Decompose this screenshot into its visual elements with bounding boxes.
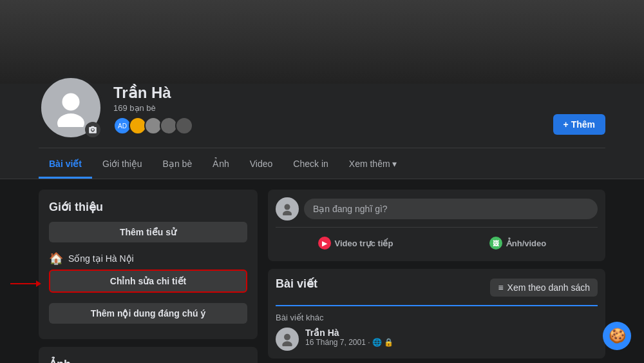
bai-viet-title: Bài viết: [276, 277, 317, 291]
photos-card: Ảnh Xem tất cả ảnh: [39, 347, 258, 363]
post-avatar: [276, 197, 299, 221]
other-posts-label: Bài viết khác: [276, 313, 598, 322]
tab-video[interactable]: Video: [240, 151, 283, 179]
chat-icon[interactable]: 🍪: [603, 322, 631, 350]
post-input-row: Bạn đang nghĩ gì?: [276, 197, 598, 221]
svg-point-1: [57, 113, 84, 127]
post-user-info: Trần Hà 16 Tháng 7, 2001 · 🌐 🔒: [305, 328, 393, 347]
svg-point-5: [282, 341, 292, 346]
post-input[interactable]: Bạn đang nghĩ gì?: [304, 199, 598, 219]
tab-ban-be[interactable]: Bạn bè: [153, 151, 203, 179]
profile-actions: + Thêm: [553, 114, 605, 140]
svg-point-4: [284, 334, 290, 340]
profile-name: Trần Hà: [113, 84, 553, 102]
bai-viet-header: Bài viết ≡ Xem theo danh sách: [276, 277, 598, 299]
divider: [276, 305, 598, 306]
add-notable-button[interactable]: Thêm nội dung đáng chú ý: [49, 303, 247, 324]
intro-title: Giới thiệu: [49, 200, 247, 214]
tab-anh[interactable]: Ảnh: [202, 151, 240, 179]
friends-count: 169 bạn bè: [113, 103, 553, 113]
view-list-button[interactable]: ≡ Xem theo danh sách: [490, 279, 598, 297]
svg-point-3: [283, 211, 292, 215]
living-info: 🏠 Sống tại Hà Nội: [49, 248, 247, 270]
edit-details-button[interactable]: Chỉnh sửa chi tiết: [49, 270, 247, 293]
camera-icon: [88, 125, 97, 134]
svg-point-0: [62, 93, 80, 111]
post-item: Trần Hà 16 Tháng 7, 2001 · 🌐 🔒: [276, 328, 598, 351]
cover-photo: [0, 0, 644, 84]
post-avatar-icon: [281, 202, 294, 215]
person-icon: [52, 88, 90, 127]
photos-header: Ảnh Xem tất cả ảnh: [49, 357, 247, 363]
list-icon: ≡: [498, 282, 503, 293]
photo-video-button[interactable]: 🖼 Ảnh/video: [438, 233, 598, 253]
tab-gioi-thieu[interactable]: Giới thiệu: [92, 151, 153, 179]
add-bio-button[interactable]: Thêm tiểu sử: [49, 222, 247, 242]
tab-bai-viet[interactable]: Bài viết: [39, 151, 92, 179]
post-user-avatar-icon: [280, 332, 294, 346]
photo-icon: 🖼: [489, 237, 502, 250]
avatar-container: [39, 75, 103, 140]
photos-title: Ảnh: [49, 357, 71, 363]
post-user-avatar: [276, 328, 299, 351]
post-date: 16 Tháng 7, 2001 · 🌐 🔒: [305, 338, 393, 347]
arrow-line: [10, 283, 36, 284]
post-box: Bạn đang nghĩ gì? ▶ Video trực tiếp 🖼 Ản…: [268, 190, 605, 261]
tab-xem-them[interactable]: Xem thêm ▾: [339, 151, 408, 179]
arrow-head: [36, 280, 41, 287]
tab-check-in[interactable]: Check in: [283, 151, 338, 179]
right-column: Bạn đang nghĩ gì? ▶ Video trực tiếp 🖼 Ản…: [268, 190, 605, 363]
camera-badge[interactable]: [85, 122, 100, 137]
bai-viet-section: Bài viết ≡ Xem theo danh sách Bài viết k…: [268, 269, 605, 358]
friend-avatar-5: [175, 117, 193, 135]
video-live-button[interactable]: ▶ Video trực tiếp: [276, 233, 435, 253]
friends-avatars: AD: [113, 117, 553, 135]
arrow-indicator: [10, 280, 41, 287]
video-icon: ▶: [318, 237, 331, 250]
nav-tabs: Bài viết Giới thiệu Bạn bè Ảnh Video Che…: [39, 148, 605, 179]
profile-section: Trần Hà 169 bạn bè AD + Thêm Bài viết Gi…: [0, 84, 644, 179]
left-column: Giới thiệu Thêm tiểu sử 🏠 Sống tại Hà Nộ…: [39, 190, 258, 363]
post-user-name: Trần Hà: [305, 328, 393, 338]
svg-point-2: [285, 204, 290, 210]
home-icon: 🏠: [49, 251, 63, 266]
profile-info: Trần Hà 169 bạn bè AD: [113, 84, 553, 140]
cookie-emoji: 🍪: [609, 328, 626, 344]
add-friend-button[interactable]: + Thêm: [553, 114, 605, 135]
intro-card: Giới thiệu Thêm tiểu sử 🏠 Sống tại Hà Nộ…: [39, 190, 258, 339]
post-actions-row: ▶ Video trực tiếp 🖼 Ảnh/video: [276, 227, 598, 253]
main-content: Giới thiệu Thêm tiểu sử 🏠 Sống tại Hà Nộ…: [0, 179, 644, 363]
